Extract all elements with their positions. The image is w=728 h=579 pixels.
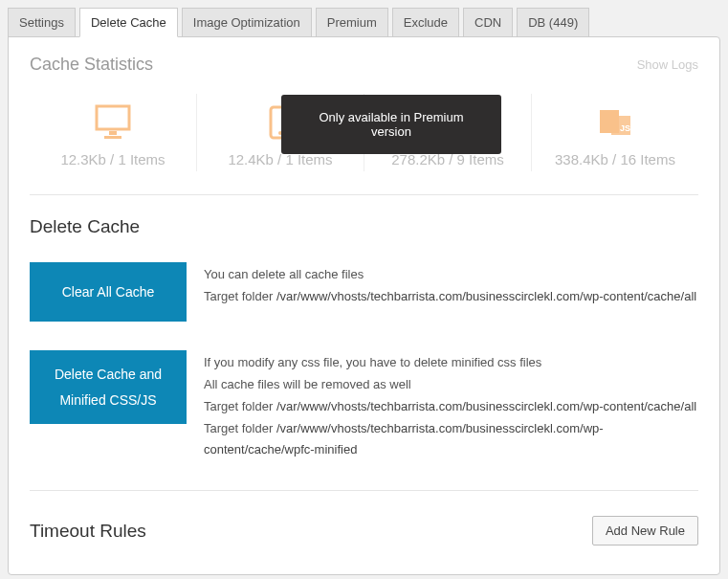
delete-minified-target2: Target folder /var/www/vhosts/techbarris… bbox=[204, 418, 698, 460]
clear-all-cache-button[interactable]: Clear All Cache bbox=[30, 262, 187, 322]
svg-rect-1 bbox=[109, 131, 117, 135]
clear-all-row: Clear All Cache You can delete all cache… bbox=[30, 262, 698, 322]
delete-minified-desc1: If you modify any css file, you have to … bbox=[204, 352, 698, 373]
target-folder-label-3: Target folder bbox=[204, 421, 273, 435]
tab-cdn[interactable]: CDN bbox=[463, 8, 513, 37]
section-divider bbox=[30, 490, 698, 491]
delete-minified-path1: /var/www/vhosts/techbarrista.com/busines… bbox=[276, 399, 696, 413]
delete-minified-row: Delete Cache and Minified CSS/JS If you … bbox=[30, 350, 698, 461]
timeout-title: Timeout Rules bbox=[30, 521, 146, 542]
stat-js-value: 338.4Kb / 16 Items bbox=[538, 151, 693, 167]
svg-rect-0 bbox=[97, 106, 129, 129]
content-panel: Cache Statistics Show Logs Only availabl… bbox=[8, 36, 720, 575]
tab-settings[interactable]: Settings bbox=[8, 8, 76, 37]
tab-image-optimization[interactable]: Image Optimization bbox=[182, 8, 312, 37]
svg-text:JS: JS bbox=[620, 123, 630, 133]
tab-bar: Settings Delete Cache Image Optimization… bbox=[8, 8, 720, 37]
tab-db[interactable]: DB (449) bbox=[517, 8, 589, 37]
tab-premium[interactable]: Premium bbox=[316, 8, 388, 37]
delete-cache-minified-button[interactable]: Delete Cache and Minified CSS/JS bbox=[30, 350, 187, 424]
tab-exclude[interactable]: Exclude bbox=[392, 8, 459, 37]
svg-rect-2 bbox=[104, 136, 121, 139]
stat-desktop: 12.3Kb / 1 Items bbox=[30, 94, 197, 171]
premium-tooltip: Only available in Premium version bbox=[281, 95, 501, 154]
stats-header: Cache Statistics Show Logs bbox=[30, 55, 698, 75]
stats-title: Cache Statistics bbox=[30, 55, 153, 75]
clear-all-desc-text: You can delete all cache files bbox=[204, 264, 696, 285]
delete-minified-desc: If you modify any css file, you have to … bbox=[204, 350, 698, 461]
tab-delete-cache[interactable]: Delete Cache bbox=[79, 8, 178, 37]
show-logs-link[interactable]: Show Logs bbox=[637, 57, 698, 72]
js-icon: JS bbox=[538, 101, 693, 144]
delete-minified-target1: Target folder /var/www/vhosts/techbarris… bbox=[204, 396, 698, 417]
clear-all-target: Target folder /var/www/vhosts/techbarris… bbox=[204, 286, 696, 307]
add-new-rule-button[interactable]: Add New Rule bbox=[592, 516, 698, 546]
stat-js: JS 338.4Kb / 16 Items bbox=[532, 94, 698, 171]
delete-minified-desc2: All cache files will be removed as well bbox=[204, 374, 698, 395]
target-folder-label-2: Target folder bbox=[204, 399, 273, 413]
delete-cache-title: Delete Cache bbox=[30, 216, 698, 237]
timeout-row: Timeout Rules Add New Rule bbox=[30, 516, 698, 546]
target-folder-label: Target folder bbox=[204, 289, 273, 303]
clear-all-path: /var/www/vhosts/techbarrista.com/busines… bbox=[276, 289, 696, 303]
desktop-icon bbox=[35, 101, 190, 144]
stat-desktop-value: 12.3Kb / 1 Items bbox=[35, 151, 190, 167]
clear-all-desc: You can delete all cache files Target fo… bbox=[204, 262, 696, 308]
